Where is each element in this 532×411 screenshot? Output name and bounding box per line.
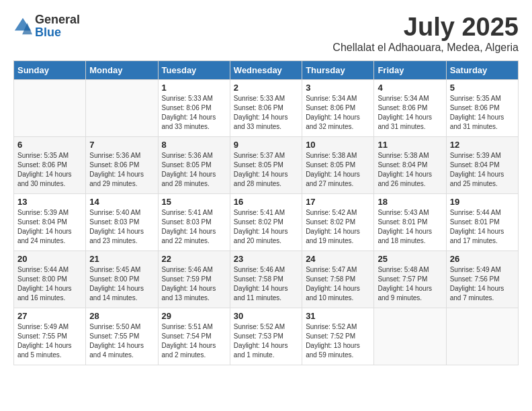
day-cell-2: 2Sunrise: 5:33 AM Sunset: 8:06 PM Daylig… (230, 79, 302, 136)
day-info: Sunrise: 5:49 AM Sunset: 7:56 PM Dayligh… (450, 265, 515, 303)
day-number: 28 (89, 311, 154, 321)
day-info: Sunrise: 5:37 AM Sunset: 8:05 PM Dayligh… (234, 151, 298, 189)
day-header-thursday: Thursday (302, 60, 374, 79)
day-info: Sunrise: 5:39 AM Sunset: 8:04 PM Dayligh… (450, 151, 515, 189)
day-number: 4 (378, 83, 442, 93)
day-number: 14 (89, 197, 154, 207)
day-info: Sunrise: 5:48 AM Sunset: 7:57 PM Dayligh… (378, 265, 442, 303)
day-cell-5: 5Sunrise: 5:35 AM Sunset: 8:06 PM Daylig… (446, 79, 518, 136)
day-cell-12: 12Sunrise: 5:39 AM Sunset: 8:04 PM Dayli… (446, 136, 518, 193)
day-cell-10: 10Sunrise: 5:38 AM Sunset: 8:05 PM Dayli… (302, 136, 374, 193)
day-cell-29: 29Sunrise: 5:51 AM Sunset: 7:54 PM Dayli… (158, 308, 230, 365)
week-row: 1Sunrise: 5:33 AM Sunset: 8:06 PM Daylig… (14, 79, 519, 136)
day-info: Sunrise: 5:43 AM Sunset: 8:01 PM Dayligh… (378, 208, 442, 246)
day-cell-21: 21Sunrise: 5:45 AM Sunset: 8:00 PM Dayli… (86, 250, 158, 308)
day-info: Sunrise: 5:45 AM Sunset: 8:00 PM Dayligh… (89, 265, 154, 303)
day-number: 22 (162, 254, 226, 264)
day-info: Sunrise: 5:36 AM Sunset: 8:05 PM Dayligh… (162, 151, 226, 189)
day-number: 8 (162, 140, 226, 150)
day-cell-6: 6Sunrise: 5:35 AM Sunset: 8:06 PM Daylig… (14, 136, 86, 193)
day-cell-27: 27Sunrise: 5:49 AM Sunset: 7:55 PM Dayli… (14, 308, 86, 365)
day-number: 9 (234, 140, 298, 150)
day-cell-22: 22Sunrise: 5:46 AM Sunset: 7:59 PM Dayli… (158, 250, 230, 308)
day-cell-25: 25Sunrise: 5:48 AM Sunset: 7:57 PM Dayli… (374, 250, 446, 308)
day-cell-30: 30Sunrise: 5:52 AM Sunset: 7:53 PM Dayli… (230, 308, 302, 365)
day-cell-28: 28Sunrise: 5:50 AM Sunset: 7:55 PM Dayli… (86, 308, 158, 365)
logo-icon (13, 17, 32, 36)
title-area: July 2025 Chellalat el Adhaouara, Medea,… (332, 13, 519, 54)
day-cell-3: 3Sunrise: 5:34 AM Sunset: 8:06 PM Daylig… (302, 79, 374, 136)
calendar-header: SundayMondayTuesdayWednesdayThursdayFrid… (14, 60, 519, 79)
day-info: Sunrise: 5:44 AM Sunset: 8:01 PM Dayligh… (450, 208, 515, 246)
day-header-friday: Friday (374, 60, 446, 79)
day-cell-11: 11Sunrise: 5:38 AM Sunset: 8:04 PM Dayli… (374, 136, 446, 193)
day-cell-26: 26Sunrise: 5:49 AM Sunset: 7:56 PM Dayli… (446, 250, 518, 308)
day-number: 30 (234, 311, 298, 321)
header-row: SundayMondayTuesdayWednesdayThursdayFrid… (14, 60, 519, 79)
calendar-table: SundayMondayTuesdayWednesdayThursdayFrid… (13, 60, 519, 365)
week-row: 27Sunrise: 5:49 AM Sunset: 7:55 PM Dayli… (14, 308, 519, 365)
day-cell-7: 7Sunrise: 5:36 AM Sunset: 8:06 PM Daylig… (86, 136, 158, 193)
day-cell-19: 19Sunrise: 5:44 AM Sunset: 8:01 PM Dayli… (446, 193, 518, 250)
day-header-sunday: Sunday (14, 60, 86, 79)
week-row: 13Sunrise: 5:39 AM Sunset: 8:04 PM Dayli… (14, 193, 519, 250)
day-info: Sunrise: 5:47 AM Sunset: 7:58 PM Dayligh… (306, 265, 370, 303)
day-cell-1: 1Sunrise: 5:33 AM Sunset: 8:06 PM Daylig… (158, 79, 230, 136)
day-info: Sunrise: 5:41 AM Sunset: 8:02 PM Dayligh… (234, 208, 298, 246)
day-info: Sunrise: 5:39 AM Sunset: 8:04 PM Dayligh… (17, 208, 82, 246)
day-number: 11 (378, 140, 442, 150)
day-number: 23 (234, 254, 298, 264)
day-number: 25 (378, 254, 442, 264)
empty-cell (374, 308, 446, 365)
day-header-tuesday: Tuesday (158, 60, 230, 79)
day-number: 3 (306, 83, 370, 93)
empty-cell (446, 308, 518, 365)
day-cell-20: 20Sunrise: 5:44 AM Sunset: 8:00 PM Dayli… (14, 250, 86, 308)
day-number: 12 (450, 140, 515, 150)
day-cell-8: 8Sunrise: 5:36 AM Sunset: 8:05 PM Daylig… (158, 136, 230, 193)
day-number: 2 (234, 83, 298, 93)
day-info: Sunrise: 5:50 AM Sunset: 7:55 PM Dayligh… (89, 322, 154, 360)
day-info: Sunrise: 5:36 AM Sunset: 8:06 PM Dayligh… (89, 151, 154, 189)
day-info: Sunrise: 5:34 AM Sunset: 8:06 PM Dayligh… (306, 94, 370, 132)
day-number: 6 (17, 140, 82, 150)
day-info: Sunrise: 5:35 AM Sunset: 8:06 PM Dayligh… (17, 151, 82, 189)
day-info: Sunrise: 5:49 AM Sunset: 7:55 PM Dayligh… (17, 322, 82, 360)
day-number: 15 (162, 197, 226, 207)
day-number: 24 (306, 254, 370, 264)
day-cell-16: 16Sunrise: 5:41 AM Sunset: 8:02 PM Dayli… (230, 193, 302, 250)
week-row: 6Sunrise: 5:35 AM Sunset: 8:06 PM Daylig… (14, 136, 519, 193)
day-number: 18 (378, 197, 442, 207)
day-cell-24: 24Sunrise: 5:47 AM Sunset: 7:58 PM Dayli… (302, 250, 374, 308)
day-number: 1 (162, 83, 226, 93)
day-header-saturday: Saturday (446, 60, 518, 79)
day-number: 10 (306, 140, 370, 150)
day-info: Sunrise: 5:33 AM Sunset: 8:06 PM Dayligh… (162, 94, 226, 132)
day-cell-23: 23Sunrise: 5:46 AM Sunset: 7:58 PM Dayli… (230, 250, 302, 308)
day-info: Sunrise: 5:52 AM Sunset: 7:53 PM Dayligh… (234, 322, 298, 360)
day-info: Sunrise: 5:52 AM Sunset: 7:52 PM Dayligh… (306, 322, 370, 360)
day-number: 13 (17, 197, 82, 207)
day-cell-14: 14Sunrise: 5:40 AM Sunset: 8:03 PM Dayli… (86, 193, 158, 250)
day-cell-18: 18Sunrise: 5:43 AM Sunset: 8:01 PM Dayli… (374, 193, 446, 250)
location-title: Chellalat el Adhaouara, Medea, Algeria (332, 42, 519, 54)
day-info: Sunrise: 5:38 AM Sunset: 8:04 PM Dayligh… (378, 151, 442, 189)
day-cell-9: 9Sunrise: 5:37 AM Sunset: 8:05 PM Daylig… (230, 136, 302, 193)
day-cell-15: 15Sunrise: 5:41 AM Sunset: 8:03 PM Dayli… (158, 193, 230, 250)
day-number: 5 (450, 83, 515, 93)
day-number: 19 (450, 197, 515, 207)
day-number: 20 (17, 254, 82, 264)
day-info: Sunrise: 5:35 AM Sunset: 8:06 PM Dayligh… (450, 94, 515, 132)
empty-cell (14, 79, 86, 136)
day-info: Sunrise: 5:38 AM Sunset: 8:05 PM Dayligh… (306, 151, 370, 189)
week-row: 20Sunrise: 5:44 AM Sunset: 8:00 PM Dayli… (14, 250, 519, 308)
empty-cell (86, 79, 158, 136)
day-number: 7 (89, 140, 154, 150)
logo-text: General Blue (35, 13, 80, 39)
day-info: Sunrise: 5:40 AM Sunset: 8:03 PM Dayligh… (89, 208, 154, 246)
day-info: Sunrise: 5:41 AM Sunset: 8:03 PM Dayligh… (162, 208, 226, 246)
day-cell-17: 17Sunrise: 5:42 AM Sunset: 8:02 PM Dayli… (302, 193, 374, 250)
day-number: 26 (450, 254, 515, 264)
day-header-wednesday: Wednesday (230, 60, 302, 79)
day-header-monday: Monday (86, 60, 158, 79)
